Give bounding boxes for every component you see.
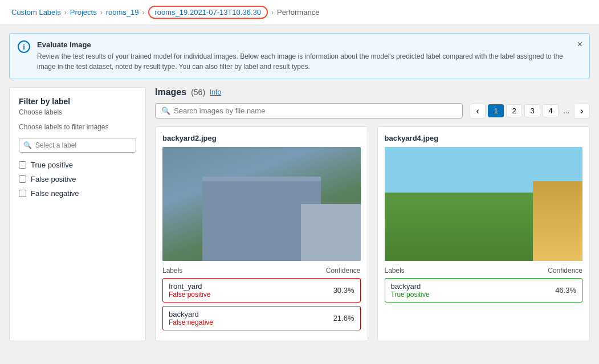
image-thumbnail-1 bbox=[385, 147, 583, 261]
filter-false-negative[interactable]: False negative bbox=[19, 189, 136, 198]
false-negative-label: False negative bbox=[31, 189, 79, 198]
label-item-backyard-fn: backyard False negative 21.6% bbox=[162, 306, 361, 330]
choose-labels-label: Choose labels bbox=[19, 108, 136, 116]
info-icon: i bbox=[18, 40, 30, 53]
prev-page-button[interactable]: ‹ bbox=[470, 104, 486, 118]
breadcrumb-projects[interactable]: Projects bbox=[70, 8, 97, 17]
breadcrumb: Custom Labels › Projects › rooms_19 › ro… bbox=[0, 0, 599, 25]
label-left-backyard-fn: backyard False negative bbox=[169, 310, 213, 326]
image-card-filename-1: backyard4.jpeg bbox=[385, 134, 583, 142]
garden-image bbox=[385, 147, 583, 261]
true-positive-checkbox[interactable] bbox=[19, 161, 26, 169]
label-type-backyard-tp: True positive bbox=[391, 291, 430, 298]
filter-sidebar: Filter by label Choose labels Choose lab… bbox=[9, 87, 146, 341]
labels-row-header-1: Labels Confidence bbox=[385, 267, 583, 275]
filter-true-positive[interactable]: True positive bbox=[19, 161, 136, 169]
false-negative-checkbox[interactable] bbox=[19, 190, 26, 197]
label-left-backyard-tp: backyard True positive bbox=[391, 282, 430, 298]
confidence-col-header-1: Confidence bbox=[548, 267, 582, 275]
breadcrumb-model-version[interactable]: rooms_19.2021-07-13T10.36.30 bbox=[148, 6, 268, 19]
label-type-backyard-fn: False negative bbox=[169, 318, 213, 326]
false-positive-checkbox[interactable] bbox=[19, 175, 26, 183]
content-area: Images (56) Info 🔍 ‹ 1 2 3 4 ... › bbox=[155, 87, 590, 341]
labels-col-header-1: Labels bbox=[385, 267, 405, 275]
label-name-backyard-tp: backyard bbox=[391, 282, 430, 291]
images-info-link[interactable]: Info bbox=[210, 88, 221, 96]
confidence-backyard-tp: 46.3% bbox=[555, 286, 576, 295]
image-card-backyard4: backyard4.jpeg Labels Confidence backyar… bbox=[377, 126, 590, 341]
page-2-button[interactable]: 2 bbox=[506, 104, 522, 117]
label-search-icon: 🔍 bbox=[23, 141, 32, 149]
breadcrumb-performance: Performance bbox=[277, 8, 319, 17]
pagination-ellipsis: ... bbox=[561, 107, 572, 115]
page-4-button[interactable]: 4 bbox=[543, 104, 559, 117]
breadcrumb-custom-labels[interactable]: Custom Labels bbox=[11, 8, 61, 17]
confidence-col-header-0: Confidence bbox=[326, 267, 361, 275]
images-grid: backyard2.jpeg Labels Confidence front_y… bbox=[155, 126, 590, 341]
breadcrumb-sep-1: › bbox=[64, 9, 67, 17]
image-card-backyard2: backyard2.jpeg Labels Confidence front_y… bbox=[155, 126, 368, 341]
house-image bbox=[162, 147, 361, 261]
label-search-input[interactable] bbox=[19, 138, 136, 153]
sidebar-title: Filter by label bbox=[19, 97, 136, 106]
breadcrumb-rooms19[interactable]: rooms_19 bbox=[106, 8, 139, 17]
image-search-bar: 🔍 bbox=[155, 103, 463, 118]
labels-col-header-0: Labels bbox=[162, 267, 182, 275]
close-banner-button[interactable]: × bbox=[577, 39, 582, 50]
image-card-filename-0: backyard2.jpeg bbox=[162, 134, 361, 142]
banner-title: Evaluate image bbox=[37, 40, 567, 49]
label-item-backyard-tp: backyard True positive 46.3% bbox=[385, 278, 583, 302]
label-search-container: 🔍 bbox=[19, 138, 136, 153]
confidence-front-yard: 30.3% bbox=[333, 286, 354, 295]
label-type-front-yard: False positive bbox=[169, 291, 210, 298]
search-pagination-row: 🔍 ‹ 1 2 3 4 ... › bbox=[155, 103, 590, 118]
filter-checkboxes: True positive False positive False negat… bbox=[19, 161, 136, 198]
breadcrumb-sep-2: › bbox=[100, 9, 103, 17]
info-banner: i × Evaluate image Review the test resul… bbox=[9, 33, 590, 79]
images-title: Images bbox=[155, 87, 186, 97]
image-search-input[interactable] bbox=[174, 107, 457, 115]
images-header: Images (56) Info bbox=[155, 87, 590, 97]
label-name-front-yard: front_yard bbox=[169, 282, 210, 291]
breadcrumb-sep-3: › bbox=[142, 9, 145, 17]
images-count: (56) bbox=[191, 88, 205, 97]
pagination: ‹ 1 2 3 4 ... › bbox=[470, 104, 590, 118]
filter-false-positive[interactable]: False positive bbox=[19, 175, 136, 183]
page-1-button[interactable]: 1 bbox=[488, 104, 504, 117]
image-thumbnail-0 bbox=[162, 147, 361, 261]
next-page-button[interactable]: › bbox=[574, 104, 590, 118]
label-item-front-yard: front_yard False positive 30.3% bbox=[162, 278, 361, 302]
banner-description: Review the test results of your trained … bbox=[37, 51, 567, 72]
label-left-front-yard: front_yard False positive bbox=[169, 282, 210, 298]
false-positive-label: False positive bbox=[31, 175, 76, 183]
search-icon: 🔍 bbox=[161, 107, 170, 115]
labels-row-header-0: Labels Confidence bbox=[162, 267, 361, 275]
confidence-backyard-fn: 21.6% bbox=[333, 314, 354, 322]
choose-labels-sublabel: Choose labels to filter images bbox=[19, 123, 136, 131]
label-name-backyard-fn: backyard bbox=[169, 310, 213, 318]
main-layout: Filter by label Choose labels Choose lab… bbox=[0, 87, 599, 350]
page-3-button[interactable]: 3 bbox=[524, 104, 540, 117]
breadcrumb-sep-4: › bbox=[271, 9, 274, 17]
true-positive-label: True positive bbox=[31, 161, 73, 169]
